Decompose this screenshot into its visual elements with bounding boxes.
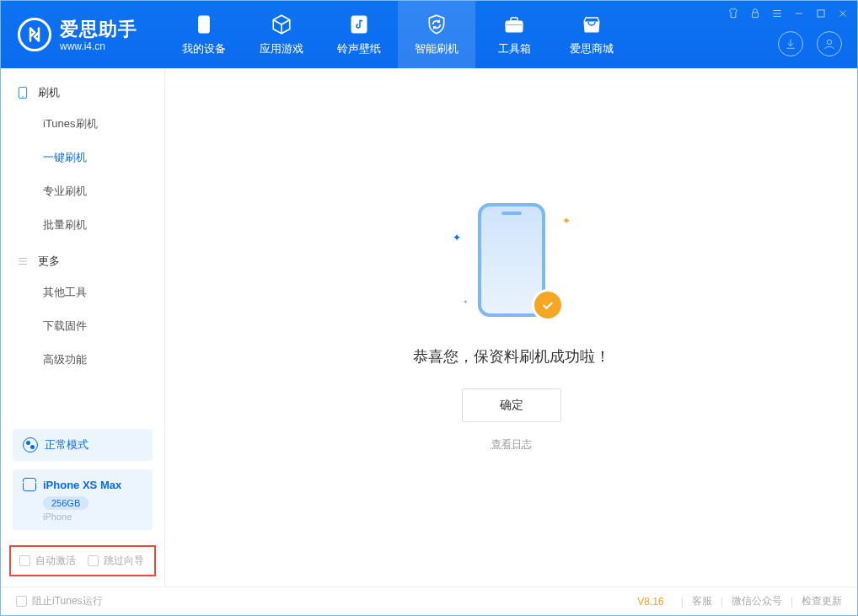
check-update-link[interactable]: 检查更新 [802,594,842,608]
tab-label: 工具箱 [498,41,531,56]
group-flash: 刷机 [1,73,164,107]
svg-rect-2 [351,16,367,33]
tab-label: 智能刷机 [415,41,458,56]
tab-label: 应用游戏 [260,41,303,56]
mode-label: 正常模式 [45,437,88,453]
tab-flash[interactable]: 智能刷机 [398,1,475,68]
svg-rect-6 [753,13,759,18]
header-right [778,31,842,56]
sidebar-item-advanced[interactable]: 高级功能 [1,343,164,377]
svg-point-10 [22,96,23,97]
success-illustration: ✦ ✦ ✦ [444,203,579,329]
sidebar-item-other-tools[interactable]: 其他工具 [1,276,164,309]
checkbox-block-itunes[interactable]: 阻止iTunes运行 [16,594,103,608]
checkbox-label: 自动激活 [35,554,76,568]
minimize-button[interactable] [793,8,805,22]
svg-rect-5 [506,24,523,26]
toolbox-icon [502,13,526,36]
app-window: 爱思助手 www.i4.cn 我的设备 应用游戏 铃声壁纸 智能刷机 [0,0,858,616]
customer-service-link[interactable]: 客服 [692,594,712,608]
lock-icon[interactable] [749,8,761,22]
options-highlight: 自动激活 跳过向导 [9,545,156,576]
tab-store[interactable]: 爱思商城 [553,1,630,68]
list-icon [16,254,29,268]
checkbox-label: 跳过向导 [104,554,144,568]
titlebar: 爱思助手 www.i4.cn 我的设备 应用游戏 铃声壁纸 智能刷机 [1,1,857,68]
confirm-button[interactable]: 确定 [462,388,561,422]
tab-label: 铃声壁纸 [337,41,381,56]
phone-icon [192,13,216,36]
refresh-shield-icon [425,13,448,36]
device-name: iPhone XS Max [43,479,121,491]
mode-card[interactable]: 正常模式 [13,429,153,461]
device-icon [23,478,36,491]
download-button[interactable] [778,31,803,56]
checkbox-icon [16,596,27,607]
nav-tabs: 我的设备 应用游戏 铃声壁纸 智能刷机 工具箱 爱思商城 [165,1,630,68]
phone-outline-icon [16,86,29,99]
maximize-button[interactable] [815,8,827,22]
checkbox-icon [88,555,99,566]
sidebar-item-batch-flash[interactable]: 批量刷机 [1,208,164,242]
sidebar-item-pro-flash[interactable]: 专业刷机 [1,174,164,208]
group-label: 更多 [38,254,60,269]
checkbox-label: 阻止iTunes运行 [32,594,103,608]
sidebar-bottom: 正常模式 iPhone XS Max 256GB iPhone [1,419,164,530]
svg-rect-3 [506,21,523,32]
music-icon [347,13,371,36]
store-icon [580,13,603,36]
group-label: 刷机 [38,85,60,100]
tab-label: 爱思商城 [570,41,614,56]
mode-icon [23,437,38,453]
sparkle-icon: ✦ [463,298,469,306]
svg-rect-7 [818,10,824,17]
close-button[interactable] [837,8,849,22]
sparkle-icon: ✦ [453,232,461,244]
tab-toolbox[interactable]: 工具箱 [475,1,553,68]
tab-ringtones[interactable]: 铃声壁纸 [320,1,398,68]
sparkle-icon: ✦ [562,215,571,227]
group-more: 更多 [1,242,164,276]
logo: 爱思助手 www.i4.cn [1,17,165,52]
body: 刷机 iTunes刷机 一键刷机 专业刷机 批量刷机 更多 其他工具 下载固件 … [1,68,857,587]
logo-icon [18,18,51,51]
device-type: iPhone [43,512,142,522]
view-log-link[interactable]: 查看日志 [491,437,532,452]
device-card[interactable]: iPhone XS Max 256GB iPhone [13,469,153,530]
svg-point-8 [827,40,831,44]
window-controls [727,8,849,22]
tab-device[interactable]: 我的设备 [165,1,243,68]
sidebar-item-onekey-flash[interactable]: 一键刷机 [1,141,164,174]
user-button[interactable] [817,31,842,56]
cube-icon [270,13,293,36]
version-label: V8.16 [637,596,663,608]
main-content: ✦ ✦ ✦ 恭喜您，保资料刷机成功啦！ 确定 查看日志 [165,68,857,587]
app-name: 爱思助手 [60,17,137,42]
menu-icon[interactable] [771,8,783,22]
tab-label: 我的设备 [182,41,226,56]
svg-rect-1 [201,30,206,31]
tab-apps[interactable]: 应用游戏 [243,1,320,68]
svg-rect-4 [511,18,517,21]
success-message: 恭喜您，保资料刷机成功啦！ [413,346,610,367]
sidebar-item-itunes-flash[interactable]: iTunes刷机 [1,107,164,141]
wechat-link[interactable]: 微信公众号 [732,594,782,608]
tshirt-icon[interactable] [727,8,739,22]
sidebar: 刷机 iTunes刷机 一键刷机 专业刷机 批量刷机 更多 其他工具 下载固件 … [1,68,165,587]
checkmark-badge-icon [532,289,564,321]
checkbox-icon [19,555,30,566]
device-capacity: 256GB [43,496,88,510]
footer: 阻止iTunes运行 V8.16 | 客服 | 微信公众号 | 检查更新 [1,587,857,615]
app-url: www.i4.cn [60,40,137,52]
checkbox-auto-activate[interactable]: 自动激活 [19,554,76,568]
sidebar-item-firmware[interactable]: 下载固件 [1,309,164,343]
checkbox-skip-guide[interactable]: 跳过向导 [88,554,144,568]
